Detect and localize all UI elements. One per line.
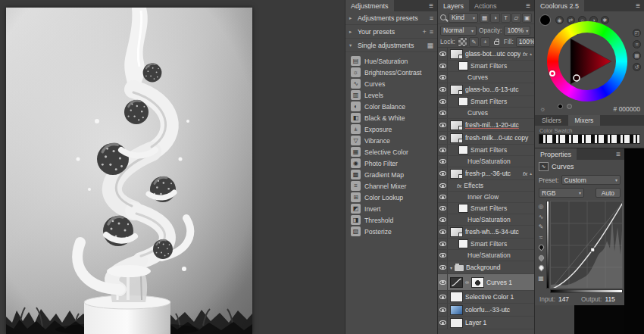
- tab-actions[interactable]: Actions: [469, 0, 502, 11]
- white-point-eyedropper-icon[interactable]: [536, 264, 546, 272]
- panel-menu-icon[interactable]: ≡: [632, 0, 644, 11]
- adjustment-item-brightness-contrast[interactable]: ☼Brightness/Contrast: [345, 67, 437, 78]
- visibility-toggle[interactable]: [438, 274, 448, 290]
- panel-menu-icon[interactable]: ≡: [612, 148, 624, 160]
- layer-row[interactable]: Curves: [438, 108, 534, 119]
- brightness-icon[interactable]: ☼: [539, 105, 546, 113]
- adjustment-item-exposure[interactable]: ±Exposure: [345, 123, 437, 135]
- channel-select[interactable]: RGB ▾: [539, 188, 584, 198]
- visibility-toggle[interactable]: [438, 145, 448, 155]
- shape-filter-icon[interactable]: ▱: [511, 13, 521, 23]
- curve-graph[interactable]: [550, 201, 623, 289]
- visibility-toggle[interactable]: [438, 261, 448, 273]
- layer-row[interactable]: fresh-mil...1-20-utc: [438, 119, 534, 132]
- visibility-toggle[interactable]: [438, 203, 448, 214]
- adjustment-item-threshold[interactable]: ◨Threshold: [345, 214, 437, 226]
- layer-row[interactable]: fresh-wh...5-34-utc: [438, 226, 534, 239]
- adjustment-item-photo-filter[interactable]: ◉Photo Filter: [345, 158, 437, 169]
- adjustment-item-vibrance[interactable]: ▽Vibrance: [345, 135, 437, 146]
- grid-view-icon[interactable]: ▦: [427, 42, 433, 49]
- layer-row[interactable]: Smart Filters: [438, 61, 534, 72]
- adjustment-item-levels[interactable]: ▥Levels: [345, 89, 437, 101]
- tab-coolorus[interactable]: Coolorus 2.5: [535, 0, 584, 11]
- visibility-toggle[interactable]: [438, 250, 448, 261]
- layer-row[interactable]: Smart Filters: [438, 203, 534, 214]
- lock-icon[interactable]: ◰: [633, 29, 641, 37]
- smart-object-filter-icon[interactable]: ▣: [522, 13, 532, 23]
- lock-position-icon[interactable]: +: [480, 37, 490, 47]
- visibility-toggle[interactable]: [438, 192, 448, 202]
- fill-select[interactable]: 100% ▾: [516, 37, 534, 47]
- visibility-toggle[interactable]: [438, 96, 448, 107]
- preset-select[interactable]: Custom ▾: [561, 175, 621, 185]
- layer-row[interactable]: fxEffects: [438, 180, 534, 192]
- adjustment-item-channel-mixer[interactable]: ≡Channel Mixer: [345, 180, 437, 192]
- layer-row[interactable]: Hue/Saturation: [438, 250, 534, 261]
- layer-row[interactable]: Curves: [438, 72, 534, 83]
- tab-adjustments[interactable]: Adjustments: [345, 0, 394, 11]
- layer-row[interactable]: colorfu...-33-utc: [438, 304, 534, 317]
- visibility-toggle[interactable]: [438, 167, 448, 179]
- list-view-icon[interactable]: ≡: [430, 28, 433, 36]
- visibility-toggle[interactable]: [438, 108, 448, 118]
- tab-properties[interactable]: Properties: [535, 148, 577, 160]
- visibility-toggle[interactable]: [438, 317, 448, 329]
- layer-row[interactable]: Smart Filters: [438, 96, 534, 108]
- visibility-toggle[interactable]: [438, 132, 448, 144]
- layer-row[interactable]: glass-bot...utc copyfx▴: [438, 48, 534, 61]
- layer-row[interactable]: glass-bo...6-13-utc: [438, 83, 534, 96]
- visibility-toggle[interactable]: [438, 72, 448, 83]
- pencil-icon[interactable]: ✎: [536, 223, 546, 231]
- opacity-select[interactable]: 100% ▾: [504, 26, 530, 36]
- auto-button[interactable]: Auto: [596, 188, 621, 198]
- adjustment-item-black-white[interactable]: ◧Black & White: [345, 112, 437, 123]
- targeted-adjustment-tool-icon[interactable]: ◎: [536, 202, 546, 211]
- layer-row[interactable]: Hue/Saturation: [438, 156, 534, 167]
- adjustment-item-color-balance[interactable]: ◐Color Balance: [345, 101, 437, 112]
- panel-menu-icon[interactable]: ≡: [425, 0, 437, 11]
- visibility-toggle[interactable]: [438, 291, 448, 303]
- lock-all-icon[interactable]: [492, 37, 502, 47]
- input-value[interactable]: 147: [558, 295, 569, 303]
- tab-mixers[interactable]: Mixers: [568, 115, 601, 126]
- layer-row[interactable]: Hue/Saturation: [438, 214, 534, 226]
- layer-row[interactable]: Inner Glow: [438, 192, 534, 203]
- pixel-filter-icon[interactable]: ▦: [480, 13, 489, 23]
- single-adjustments-section[interactable]: ▾ Single adjustments ▦: [345, 39, 437, 52]
- smooth-curve-icon[interactable]: ≈: [536, 233, 546, 242]
- layer-row[interactable]: Smart Filters: [438, 239, 534, 250]
- hue-ring-marker[interactable]: [549, 70, 555, 76]
- adjustment-filter-icon[interactable]: ◑: [490, 13, 500, 23]
- lock-pixels-icon[interactable]: ✎: [469, 37, 479, 47]
- list-view-icon[interactable]: ≡: [430, 14, 433, 22]
- black-point-eyedropper-icon[interactable]: [536, 243, 546, 251]
- edit-points-icon[interactable]: ∿: [536, 213, 546, 221]
- type-filter-icon[interactable]: T: [501, 13, 511, 23]
- sliders-icon[interactable]: ≡: [633, 40, 641, 48]
- adjustment-item-hue-saturation[interactable]: ▤Hue/Saturation: [345, 55, 437, 67]
- layer-row[interactable]: Selective Color 1: [438, 291, 534, 304]
- eyedropper-icon[interactable]: ◉: [555, 16, 564, 24]
- adjustment-item-invert[interactable]: ◩Invert: [345, 203, 437, 214]
- adjustment-item-curves[interactable]: ∿Curves: [345, 78, 437, 89]
- document-canvas[interactable]: [6, 8, 252, 334]
- your-presets-section[interactable]: ▸ Your presets + ≡: [345, 25, 437, 39]
- layer-row[interactable]: Smart Filters: [438, 145, 534, 156]
- visibility-toggle[interactable]: [438, 304, 448, 316]
- visibility-toggle[interactable]: [438, 226, 448, 238]
- grid-icon[interactable]: ▦: [633, 52, 641, 60]
- hex-value[interactable]: # 000000: [614, 105, 640, 113]
- adjustment-item-selective-color[interactable]: ▦Selective Color: [345, 146, 437, 158]
- adjustment-item-gradient-map[interactable]: ▩Gradient Map: [345, 169, 437, 180]
- kind-filter-select[interactable]: Kind ▾: [449, 13, 478, 23]
- adjustments-presets-section[interactable]: ▸ Adjustments presets ≡: [345, 11, 437, 25]
- grid-options-icon[interactable]: ▦: [536, 274, 546, 282]
- visibility-toggle[interactable]: [438, 180, 448, 191]
- mixer-strip[interactable]: [539, 134, 640, 144]
- adjustment-item-posterize[interactable]: ▧Posterize: [345, 226, 437, 237]
- panel-menu-icon[interactable]: ≡: [522, 0, 534, 11]
- color-triangle[interactable]: [560, 34, 614, 89]
- layer-row[interactable]: ▾Background: [438, 261, 534, 274]
- output-value[interactable]: 115: [605, 295, 614, 303]
- visibility-toggle[interactable]: [438, 48, 448, 60]
